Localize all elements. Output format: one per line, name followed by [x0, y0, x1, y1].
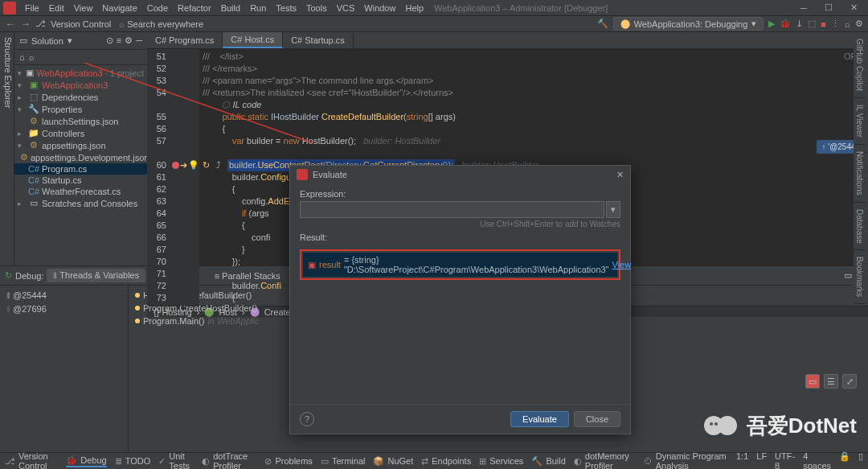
sb-dpa[interactable]: ⏲ Dynamic Program Analysis: [644, 451, 728, 469]
sb-pos[interactable]: 1:1: [736, 451, 748, 469]
sb-dottrace[interactable]: ◐ dotTrace Profiler: [202, 451, 256, 469]
nav-fwd-icon[interactable]: →: [20, 18, 31, 30]
menu-build[interactable]: Build: [217, 2, 244, 14]
maximize-icon[interactable]: ☐: [817, 1, 840, 15]
sb-build[interactable]: 🔨 Build: [531, 456, 565, 467]
close-button[interactable]: Close: [574, 411, 620, 427]
sb-enc[interactable]: UTF-8: [775, 451, 795, 469]
sb-lf[interactable]: LF: [756, 451, 767, 469]
menu-window[interactable]: Window: [360, 2, 399, 14]
sb-endpoints[interactable]: ⇄ Endpoints: [421, 456, 471, 467]
sb-unittests[interactable]: ✓ Unit Tests: [158, 451, 194, 469]
database-tab[interactable]: Database: [854, 203, 866, 251]
sb-lock-icon[interactable]: 🔒: [839, 451, 850, 469]
search-icon[interactable]: ⌕: [29, 52, 35, 62]
tool-icon[interactable]: ⤢: [842, 374, 857, 389]
hammer-icon[interactable]: 🔨: [597, 19, 608, 29]
tab-program[interactable]: C# Program.cs: [147, 33, 223, 47]
bookmarks-tab[interactable]: Bookmarks: [854, 250, 866, 304]
close-icon[interactable]: ✕: [842, 1, 865, 15]
history-dropdown[interactable]: ▾: [606, 201, 620, 218]
menu-navigate[interactable]: Navigate: [98, 2, 141, 14]
nav-back-icon[interactable]: ←: [5, 18, 15, 30]
scope-icon[interactable]: ⊙: [106, 35, 113, 46]
hide-icon[interactable]: ─: [136, 35, 142, 46]
sb-vcs[interactable]: ⎇ Version Control: [5, 451, 58, 469]
minimize-icon[interactable]: ─: [792, 1, 815, 15]
tree-launchsettings[interactable]: ⚙launchSettings.json: [14, 115, 147, 127]
threads-list[interactable]: ⫴ @25444 ⫴ @27696: [0, 286, 129, 455]
evaluate-button[interactable]: Evaluate: [510, 411, 569, 427]
close-icon[interactable]: ✕: [616, 170, 624, 180]
structure-tab[interactable]: Structure: [3, 37, 13, 73]
menu-view[interactable]: View: [70, 2, 97, 14]
help-icon[interactable]: ?: [300, 412, 314, 426]
collapse-icon[interactable]: ≡: [117, 35, 121, 46]
notifications-tab[interactable]: Notifications: [854, 145, 866, 202]
menu-help[interactable]: Help: [401, 2, 428, 14]
search-everywhere[interactable]: ⌕ Search everywhere: [119, 19, 203, 29]
tree-properties[interactable]: ▾🔧Properties: [14, 103, 147, 115]
step-icon[interactable]: ↻: [203, 159, 210, 171]
sb-debug[interactable]: 🐞 Debug: [66, 455, 106, 467]
tree-weather[interactable]: C#WeatherForecast.cs: [14, 186, 147, 197]
solution-root[interactable]: ▾▣WebApplication3· 1 project: [14, 67, 147, 79]
sb-more-icon[interactable]: ▯: [858, 451, 863, 469]
menu-run[interactable]: Run: [246, 2, 270, 14]
coverage-icon[interactable]: ⬚: [808, 19, 816, 29]
run-icon[interactable]: ▶: [768, 19, 775, 29]
sb-terminal[interactable]: ▭ Terminal: [321, 456, 366, 467]
tree-scratches[interactable]: ▸▭Scratches and Consoles: [14, 197, 147, 209]
tree-program[interactable]: C#Program.cs: [14, 163, 147, 175]
explorer-tab[interactable]: Explorer: [3, 75, 13, 108]
sb-problems[interactable]: ⊘ Problems: [264, 456, 312, 467]
gear-icon[interactable]: ⚙: [125, 35, 133, 46]
sb-services[interactable]: ⊞ Services: [479, 456, 523, 467]
thread-item[interactable]: ⫴ @25444: [6, 289, 121, 302]
more-icon[interactable]: ⋮: [831, 19, 840, 29]
left-toolstrip[interactable]: Structure Explorer: [0, 32, 14, 265]
expression-input[interactable]: [300, 201, 604, 218]
menu-tools[interactable]: Tools: [302, 2, 331, 14]
run-config-dropdown[interactable]: ⬤ WebApplication3: Debugging ▾: [613, 17, 764, 31]
tree-dependencies[interactable]: ▸⬚Dependencies: [14, 91, 147, 103]
vc-label[interactable]: Version Control: [51, 19, 111, 29]
menu-tests[interactable]: Tests: [272, 2, 301, 14]
tab-startup[interactable]: C# Startup.cs: [283, 33, 354, 47]
copilot-tab[interactable]: GitHub Copilot: [854, 32, 866, 98]
tree-startup[interactable]: C#Startup.cs: [14, 175, 147, 186]
tree-controllers[interactable]: ▸📁Controllers: [14, 127, 147, 139]
home-icon[interactable]: ⌂: [19, 52, 25, 62]
sb-indent[interactable]: 4 spaces: [803, 451, 831, 469]
gear-icon[interactable]: ⚙: [855, 19, 863, 29]
tool-icon[interactable]: ▭: [805, 374, 820, 389]
breakpoint-icon[interactable]: [172, 162, 179, 169]
restart-icon[interactable]: ↻: [5, 270, 12, 281]
view-link[interactable]: View: [612, 260, 632, 269]
sb-nuget[interactable]: 📦 NuGet: [373, 456, 413, 467]
thread-item[interactable]: ⫴ @27696: [6, 302, 121, 316]
attach-icon[interactable]: ⤓: [796, 19, 803, 29]
menu-code[interactable]: Code: [143, 2, 172, 14]
project-node[interactable]: ▾▣WebApplication3: [14, 79, 147, 91]
search-icon[interactable]: ⌕: [845, 19, 850, 29]
sb-dotmemory[interactable]: ◐ dotMemory Profiler: [574, 451, 636, 469]
debug-icon[interactable]: 🐞: [780, 19, 791, 29]
menu-vcs[interactable]: VCS: [333, 2, 359, 14]
lamp-icon[interactable]: 💡: [188, 159, 199, 171]
sb-todo[interactable]: ≣ TODO: [115, 456, 151, 467]
chevron-down-icon[interactable]: ▾: [68, 35, 72, 46]
ilviewer-tab[interactable]: IL Viewer: [854, 98, 866, 145]
tab-host[interactable]: C# Host.cs: [223, 32, 283, 48]
tool-icon[interactable]: ☰: [824, 374, 838, 389]
stop-icon[interactable]: ■: [821, 19, 826, 29]
tree-appsettings[interactable]: ▾⚙appsettings.json: [14, 139, 147, 151]
tree-appsettings-dev[interactable]: ⚙appsettings.Development.json: [14, 151, 147, 163]
dbg-tab-threads[interactable]: ⫴ Threads & Variables: [47, 269, 145, 282]
step-icon2[interactable]: ⤴: [216, 159, 221, 171]
menu-edit[interactable]: Edit: [45, 2, 68, 14]
solution-label[interactable]: Solution: [31, 36, 63, 46]
menu-file[interactable]: File: [21, 2, 43, 14]
menu-refactor[interactable]: Refactor: [174, 2, 215, 14]
result-row[interactable]: ▣ result = {string} "D:\SoftwareProject\…: [303, 253, 617, 277]
